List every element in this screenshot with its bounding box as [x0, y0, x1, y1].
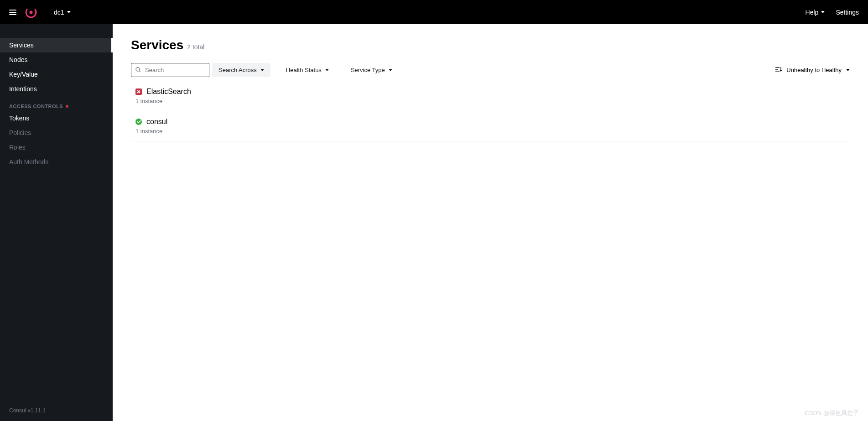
sort-control[interactable]: Unhealthy to Healthy	[775, 67, 850, 73]
sidebar: Services Nodes Key/Value Intentions ACCE…	[0, 24, 113, 421]
topbar-right: Help Settings	[806, 9, 859, 16]
chevron-down-icon	[846, 69, 850, 71]
svg-point-3	[36, 11, 37, 13]
sidebar-item-nodes[interactable]: Nodes	[0, 52, 113, 67]
filter-label: Health Status	[286, 67, 322, 73]
sidebar-item-label: Nodes	[9, 56, 27, 63]
filter-label: Search Across	[218, 67, 257, 73]
version-label: Consul v1.11.1	[9, 407, 46, 414]
page-title: Services	[131, 38, 183, 52]
sidebar-item-auth-methods: Auth Methods	[0, 155, 113, 169]
main-content: Services 2 total Search Across Health St…	[113, 24, 868, 421]
chevron-down-icon	[821, 11, 825, 13]
help-label: Help	[806, 9, 819, 16]
svg-point-5	[136, 68, 140, 71]
settings-label: Settings	[836, 9, 859, 16]
help-link[interactable]: Help	[806, 9, 825, 16]
sidebar-item-roles: Roles	[0, 140, 113, 155]
topbar-left: dc1	[9, 6, 71, 19]
section-label: ACCESS CONTROLS	[9, 104, 63, 109]
sidebar-item-label: Key/Value	[9, 71, 38, 78]
service-row-header: ElasticSearch	[135, 88, 845, 96]
body-wrapper: Services Nodes Key/Value Intentions ACCE…	[0, 24, 868, 421]
service-name: ElasticSearch	[146, 88, 191, 96]
service-row-header: consul	[135, 118, 845, 126]
page-subtitle: 2 total	[187, 43, 204, 51]
menu-toggle-button[interactable]	[9, 10, 16, 15]
search-across-button[interactable]: Search Across	[212, 63, 270, 77]
sidebar-section-access-controls: ACCESS CONTROLS	[0, 96, 113, 111]
svg-line-6	[139, 71, 140, 72]
filter-label: Service Type	[351, 67, 385, 73]
sidebar-item-label: Tokens	[9, 114, 29, 122]
service-name: consul	[146, 118, 167, 126]
status-passing-icon	[135, 119, 142, 125]
service-row[interactable]: consul 1 instance	[131, 111, 850, 141]
search-wrapper	[131, 63, 209, 77]
chevron-down-icon	[325, 69, 329, 71]
consul-logo	[25, 6, 37, 19]
chevron-down-icon	[260, 69, 264, 71]
svg-point-1	[30, 10, 33, 14]
status-critical-icon	[135, 88, 142, 95]
sidebar-item-policies: Policies	[0, 125, 113, 140]
sort-icon	[775, 67, 782, 73]
sidebar-item-label: Auth Methods	[9, 158, 48, 166]
datacenter-label: dc1	[54, 9, 64, 16]
svg-point-2	[35, 10, 36, 11]
health-status-filter[interactable]: Health Status	[280, 63, 335, 77]
sidebar-item-label: Services	[9, 42, 34, 49]
service-instances: 1 instance	[135, 128, 845, 135]
sidebar-item-keyvalue[interactable]: Key/Value	[0, 67, 113, 82]
watermark: CSDN @深色风信子	[805, 409, 859, 417]
filter-bar: Search Across Health Status Service Type…	[131, 59, 850, 81]
datacenter-selector[interactable]: dc1	[54, 9, 71, 16]
service-row[interactable]: ElasticSearch 1 instance	[131, 81, 850, 111]
warning-dot-icon	[66, 105, 68, 108]
service-type-filter[interactable]: Service Type	[344, 63, 399, 77]
topbar: dc1 Help Settings	[0, 0, 868, 24]
service-instances: 1 instance	[135, 98, 845, 104]
svg-point-4	[35, 13, 36, 15]
sort-label: Unhealthy to Healthy	[786, 67, 842, 73]
sidebar-item-tokens[interactable]: Tokens	[0, 111, 113, 125]
search-icon	[135, 66, 141, 74]
sidebar-item-intentions[interactable]: Intentions	[0, 82, 113, 96]
settings-link[interactable]: Settings	[836, 9, 859, 16]
page-header: Services 2 total	[131, 38, 850, 52]
sidebar-footer: Consul v1.11.1	[0, 400, 113, 421]
sidebar-item-label: Roles	[9, 144, 26, 151]
search-input[interactable]	[131, 63, 209, 77]
chevron-down-icon	[67, 11, 71, 13]
sidebar-item-label: Policies	[9, 129, 31, 136]
sidebar-item-services[interactable]: Services	[0, 38, 113, 52]
sidebar-item-label: Intentions	[9, 85, 37, 93]
chevron-down-icon	[389, 69, 392, 71]
